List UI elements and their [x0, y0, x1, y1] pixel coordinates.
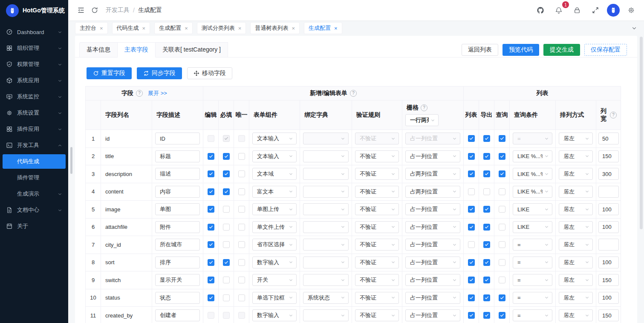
- close-icon[interactable]: ×: [185, 26, 188, 31]
- checkbox[interactable]: [499, 259, 505, 266]
- select[interactable]: 单选下拉框: [252, 292, 297, 304]
- checkbox[interactable]: [238, 153, 245, 160]
- close-icon[interactable]: ×: [238, 26, 242, 31]
- select[interactable]: 居左: [559, 186, 593, 198]
- checkbox[interactable]: [238, 259, 245, 266]
- grid-span-select[interactable]: 一行两列: [405, 114, 439, 126]
- select[interactable]: 居左: [559, 257, 593, 268]
- checkbox[interactable]: [238, 294, 245, 301]
- sidebar-item[interactable]: 系统设置: [0, 105, 68, 121]
- checkbox[interactable]: [483, 135, 490, 142]
- checkbox[interactable]: [468, 312, 475, 319]
- checkbox[interactable]: [223, 259, 230, 266]
- notifications-bell-icon[interactable]: 1: [552, 3, 566, 17]
- select[interactable]: 文本域: [252, 168, 297, 180]
- checkbox[interactable]: [208, 277, 214, 283]
- help-icon[interactable]: ?: [136, 90, 143, 97]
- checkbox[interactable]: [238, 277, 245, 283]
- checkbox[interactable]: [483, 241, 490, 248]
- route-tab[interactable]: 代码生成×: [112, 22, 150, 34]
- checkbox[interactable]: [208, 135, 214, 142]
- help-icon[interactable]: ?: [350, 90, 357, 97]
- close-icon[interactable]: ×: [100, 26, 103, 31]
- close-icon[interactable]: ×: [142, 26, 146, 31]
- text-input[interactable]: 状态: [155, 292, 200, 304]
- text-input[interactable]: 显示开关: [155, 274, 200, 286]
- select[interactable]: [303, 168, 349, 180]
- checkbox[interactable]: [499, 153, 505, 160]
- select[interactable]: [303, 150, 349, 162]
- select[interactable]: 占一列位置: [405, 292, 460, 304]
- sidebar-subitem[interactable]: 代码生成: [3, 154, 66, 169]
- route-tab[interactable]: 普通树表列表×: [250, 22, 300, 34]
- select[interactable]: [303, 274, 349, 286]
- checkbox[interactable]: [223, 206, 230, 213]
- content-scrollbar-thumb[interactable]: [70, 147, 72, 174]
- select[interactable]: 占两列位置: [405, 186, 460, 198]
- select[interactable]: 不验证: [355, 292, 399, 304]
- select[interactable]: 占一列位置: [405, 274, 460, 286]
- select[interactable]: =: [513, 309, 552, 321]
- select[interactable]: 占一列位置: [405, 239, 460, 251]
- checkbox[interactable]: [223, 170, 230, 177]
- select[interactable]: [303, 186, 349, 198]
- checkbox[interactable]: [238, 188, 245, 195]
- select[interactable]: 居左: [559, 133, 593, 144]
- select[interactable]: 数字输入: [252, 257, 297, 268]
- select[interactable]: 不验证: [355, 239, 399, 251]
- breadcrumb-section[interactable]: 开发工具: [106, 6, 130, 14]
- text-input[interactable]: 描述: [155, 168, 200, 180]
- checkbox[interactable]: [468, 277, 475, 283]
- checkbox[interactable]: [468, 259, 475, 266]
- select[interactable]: 开关: [252, 274, 297, 286]
- github-icon[interactable]: [534, 3, 547, 17]
- text-input[interactable]: 100: [598, 257, 619, 268]
- checkbox[interactable]: [238, 135, 245, 142]
- select[interactable]: =: [513, 239, 552, 251]
- checkbox[interactable]: [238, 241, 245, 248]
- toolbar-button[interactable]: 移动字段: [187, 67, 232, 79]
- checkbox[interactable]: [499, 294, 505, 301]
- checkbox[interactable]: [208, 170, 214, 177]
- select[interactable]: 占一列位置: [405, 257, 460, 268]
- page-tab[interactable]: 基本信息: [79, 42, 118, 58]
- text-input[interactable]: 内容: [155, 186, 200, 198]
- sidebar-item[interactable]: 关于: [0, 218, 68, 234]
- sidebar-item[interactable]: Dashboard: [0, 24, 68, 40]
- checkbox[interactable]: [483, 206, 490, 213]
- toolbar-button[interactable]: 同步字段: [137, 67, 182, 79]
- select[interactable]: 文本输入: [252, 133, 297, 144]
- sidebar-item[interactable]: 系统应用: [0, 72, 68, 89]
- text-input[interactable]: 100: [598, 292, 619, 304]
- checkbox[interactable]: [483, 170, 490, 177]
- checkbox[interactable]: [468, 188, 475, 195]
- select[interactable]: =: [513, 133, 552, 144]
- select[interactable]: 系统状态: [303, 292, 349, 304]
- select[interactable]: LIKE %...%: [513, 186, 552, 198]
- select[interactable]: LIKE %...%: [513, 168, 552, 180]
- select[interactable]: 不验证: [355, 133, 399, 144]
- action-button[interactable]: 提交生成: [543, 44, 580, 56]
- expand-link[interactable]: 展开 >>: [148, 89, 167, 97]
- text-input[interactable]: 单图: [155, 203, 200, 215]
- select[interactable]: LIKE: [513, 221, 552, 233]
- checkbox[interactable]: [468, 241, 475, 248]
- select[interactable]: 数字输入: [252, 309, 297, 321]
- checkbox[interactable]: [468, 170, 475, 177]
- text-input[interactable]: [598, 186, 619, 198]
- sidebar-item[interactable]: 权限管理: [0, 56, 68, 72]
- checkbox[interactable]: [483, 153, 490, 160]
- checkbox[interactable]: [483, 277, 490, 283]
- route-tab[interactable]: 测试分类列表×: [197, 22, 246, 34]
- checkbox[interactable]: [223, 153, 230, 160]
- sidebar-item[interactable]: 系统监控: [0, 89, 68, 105]
- checkbox[interactable]: [499, 206, 505, 213]
- checkbox[interactable]: [208, 206, 214, 213]
- action-button[interactable]: 返回列表: [462, 44, 498, 56]
- tabs-menu-chevron-icon[interactable]: [631, 25, 637, 31]
- select[interactable]: [303, 309, 349, 321]
- checkbox[interactable]: [223, 135, 230, 142]
- select[interactable]: 占一列位置: [405, 203, 460, 215]
- select[interactable]: [303, 221, 349, 233]
- action-button[interactable]: 仅保存配置: [584, 44, 627, 56]
